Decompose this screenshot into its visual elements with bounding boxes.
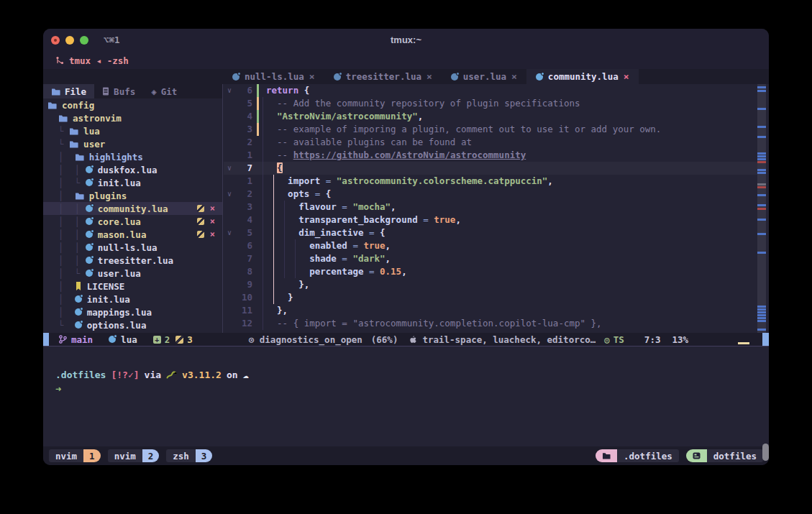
- sidebar-tab-label: Bufs: [114, 86, 135, 97]
- tree-item-LICENSE[interactable]: │ LICENSE: [43, 280, 222, 293]
- code-line[interactable]: 6 enabled = true,: [224, 239, 757, 252]
- buffer-tab-treesitter.lua[interactable]: treesitter.lua×: [324, 69, 442, 84]
- code-line[interactable]: ∨5 dim_inactive = {: [224, 226, 757, 239]
- tmux-window-1[interactable]: nvim1: [49, 449, 101, 462]
- tree-item-lua[interactable]: └ lua: [43, 124, 222, 137]
- close-icon[interactable]: ×: [210, 218, 215, 225]
- tree-item-duskfox.lua[interactable]: │ │ duskfox.lua: [43, 163, 222, 176]
- close-icon[interactable]: ×: [210, 231, 215, 238]
- code-line[interactable]: 3 -- example of imporing a plugin, comme…: [224, 123, 757, 136]
- tree-item-init.lua[interactable]: │ init.lua: [43, 293, 222, 306]
- tree-item-user[interactable]: └ user: [43, 137, 222, 150]
- code-token: percentage: [266, 266, 363, 277]
- close-icon[interactable]: ×: [511, 71, 517, 82]
- git-branch[interactable]: main: [71, 334, 93, 345]
- sidebar-tab-label: File: [65, 86, 86, 97]
- folder-icon: [75, 192, 84, 200]
- code-line[interactable]: ∨6return {: [224, 84, 757, 97]
- close-icon[interactable]: ×: [624, 71, 629, 82]
- code-line[interactable]: 9 },: [224, 278, 757, 291]
- shell-pane[interactable]: .dotfiles [!?✓] via v3.11.2 on ☁ ➜: [43, 347, 769, 446]
- close-icon[interactable]: ×: [210, 205, 215, 212]
- code-line[interactable]: 1 import = "astrocommunity.colorscheme.c…: [224, 175, 757, 188]
- tree-item-badges: ×: [197, 231, 222, 238]
- code-editor[interactable]: ∨6return {5 -- Add the community reposit…: [224, 84, 757, 333]
- code-line[interactable]: 4 "AstroNvim/astrocommunity",: [224, 110, 757, 123]
- nvim-pane: null-ls.lua×treesitter.lua×user.lua×comm…: [43, 69, 769, 346]
- tmux-window-3[interactable]: zsh3: [166, 449, 212, 462]
- tree-item-label: treesitter.lua: [98, 255, 173, 266]
- code-line[interactable]: 4 transparent_background = true,: [224, 214, 757, 226]
- code-line[interactable]: 5 -- Add the community repository of plu…: [224, 97, 757, 110]
- lua-icon: [232, 73, 240, 81]
- tree-item-badges: ×: [197, 205, 222, 212]
- code-line[interactable]: 12 -- { import = "astrocommunity.complet…: [224, 317, 757, 330]
- close-icon[interactable]: ×: [309, 71, 315, 82]
- tree-guide: │ │: [47, 255, 86, 266]
- code-line[interactable]: 1 -- https://github.com/AstroNvim/astroc…: [224, 149, 757, 162]
- tree-item-treesitter.lua[interactable]: │ │ treesitter.lua: [43, 254, 222, 267]
- code-line[interactable]: ∨7 {: [224, 162, 757, 175]
- code-line[interactable]: 2 -- available plugins can be found at: [224, 136, 757, 149]
- tmux-status-.dotfiles: .dotfiles: [596, 449, 679, 462]
- fold-marker[interactable]: ∨: [224, 226, 235, 239]
- tree-item-astronvim[interactable]: astronvim: [43, 111, 222, 124]
- tree-item-highlights[interactable]: │ highlights: [43, 150, 222, 163]
- code-token: shade: [266, 253, 337, 264]
- neotree-sidebar: FileBufs◈Git config astronvim └ lua └ us…: [43, 84, 223, 333]
- tree-item-label: init.lua: [98, 178, 141, 188]
- code-text: {: [266, 162, 283, 175]
- tree-item-community.lua[interactable]: │ │ community.lua×: [43, 202, 222, 215]
- line-number: 1: [235, 149, 252, 162]
- sidebar-tab-git[interactable]: ◈Git: [143, 84, 185, 98]
- git-sign: [257, 97, 259, 110]
- terminal-cursor: [738, 342, 749, 344]
- tree-item-null-ls.lua[interactable]: │ │ null-ls.lua: [43, 241, 222, 254]
- editor-scrollbar[interactable]: [757, 84, 766, 333]
- tree-item-mason.lua[interactable]: │ │ mason.lua×: [43, 228, 222, 241]
- lua-icon: [86, 231, 93, 238]
- treesitter-icon: ◎: [604, 334, 610, 345]
- tmux-session-bar[interactable]: tmux ◂ -zsh: [43, 52, 769, 69]
- tree-guide: └: [47, 139, 69, 150]
- close-icon[interactable]: ×: [426, 71, 432, 82]
- buffer-tab-user.lua[interactable]: user.lua×: [442, 69, 526, 84]
- fold-marker[interactable]: ∨: [224, 188, 235, 201]
- git-sign: [257, 175, 259, 188]
- tmux-window-2[interactable]: nvim2: [108, 449, 160, 462]
- macos-scrollbar-thumb[interactable]: [762, 444, 769, 461]
- code-token: -- available plugins can be found at: [266, 137, 472, 147]
- code-line[interactable]: 8 percentage = 0.15,: [224, 265, 757, 278]
- scrollbar-mark: [757, 158, 766, 160]
- tree-item-mappings.lua[interactable]: │ mappings.lua: [43, 306, 222, 318]
- tree-item-user.lua[interactable]: │ └ user.lua: [43, 267, 222, 280]
- scrollbar-mark: [757, 314, 766, 316]
- tmux-window-name: zsh: [166, 449, 196, 462]
- tmux-window-number: 3: [196, 449, 213, 462]
- license-icon: [75, 282, 82, 290]
- buffer-tab-null-ls.lua[interactable]: null-ls.lua×: [223, 69, 324, 84]
- tree-guide: [47, 113, 58, 124]
- tree-item-label: user: [83, 139, 105, 150]
- code-line[interactable]: 3 flavour = "mocha",: [224, 201, 757, 214]
- sidebar-tab-bufs[interactable]: Bufs: [94, 84, 143, 98]
- tree-item-init.lua[interactable]: │ └ init.lua: [43, 176, 222, 189]
- fold-marker[interactable]: ∨: [224, 84, 235, 97]
- tree-item-core.lua[interactable]: │ │ core.lua×: [43, 215, 222, 228]
- code-line[interactable]: 11 },: [224, 304, 757, 317]
- buffer-tab-community.lua[interactable]: community.lua×: [526, 69, 639, 84]
- code-line[interactable]: 7 shade = "dark",: [224, 252, 757, 265]
- scrollbar-mark: [757, 252, 766, 254]
- tree-item-config[interactable]: config: [43, 98, 222, 111]
- sidebar-tab-file[interactable]: File: [43, 84, 94, 98]
- fold-marker[interactable]: ∨: [224, 162, 235, 175]
- lsp-sources: trail-space, luacheck, editorco…: [422, 334, 596, 345]
- code-line[interactable]: 10 }: [224, 291, 757, 304]
- tree-item-plugins[interactable]: │ plugins: [43, 189, 222, 202]
- indent-guide: [295, 239, 296, 278]
- tree-item-options.lua[interactable]: └ options.lua: [43, 318, 222, 331]
- code-text: }: [266, 291, 293, 304]
- git-modified-icon: [175, 336, 183, 344]
- code-line[interactable]: ∨2 opts = {: [224, 188, 757, 201]
- code-token: "astrocommunity.colorscheme.catppuccin": [337, 175, 548, 186]
